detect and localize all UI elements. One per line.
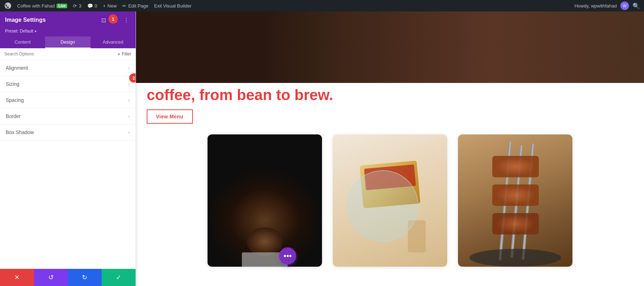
site-name-link[interactable]: Coffee with Fahad Live xyxy=(17,3,67,9)
wp-logo-icon xyxy=(4,2,11,9)
kebab-image xyxy=(458,134,572,267)
sizing-option[interactable]: Sizing 2 › xyxy=(0,76,136,92)
edit-page-link[interactable]: ✏ Edit Page xyxy=(122,3,148,9)
tab-content[interactable]: Content xyxy=(0,36,45,48)
save-button[interactable]: ✓ xyxy=(102,269,136,286)
hero-text: coffee, from bean to brew. xyxy=(147,87,633,104)
revisions-link[interactable]: ⟳ 3 xyxy=(73,3,81,9)
filter-button[interactable]: + Filter xyxy=(117,51,131,57)
border-option[interactable]: Border › xyxy=(0,108,136,124)
more-icon[interactable]: ⋮ xyxy=(122,16,131,24)
tab-advanced[interactable]: Advanced xyxy=(91,36,136,48)
cancel-button[interactable]: ✕ xyxy=(0,269,34,286)
alignment-arrow-icon: › xyxy=(128,65,130,71)
avatar: W xyxy=(620,1,629,10)
search-input[interactable] xyxy=(4,51,117,56)
preset-dropdown-arrow: ▾ xyxy=(35,29,36,33)
preset-label: Preset: Default xyxy=(5,29,33,34)
preset-row[interactable]: Preset: Default ▾ xyxy=(0,28,136,36)
search-bar: + Filter xyxy=(0,48,136,60)
options-list: Alignment › Sizing 2 › Spacing › Border … xyxy=(0,60,136,269)
minimize-icon[interactable]: ⊡ xyxy=(99,16,108,24)
panel-header: Image Settings 1 ⊡ ⊞ ⋮ xyxy=(0,11,136,28)
below-hero: coffee, from bean to brew. View Menu xyxy=(136,83,644,286)
undo-button[interactable]: ↺ xyxy=(34,269,68,286)
alignment-option[interactable]: Alignment › xyxy=(0,60,136,76)
sizing-arrow-icon: › xyxy=(128,81,130,87)
panel-title-group: Image Settings xyxy=(5,17,46,23)
comments-link[interactable]: 💬 0 xyxy=(87,3,97,9)
toast-image xyxy=(333,134,447,267)
filter-plus-icon: + xyxy=(117,51,120,57)
coffee-image xyxy=(208,134,322,267)
gallery-item-kebab xyxy=(458,134,572,267)
greeting-text: Howdy, wpwithfahad xyxy=(575,3,617,9)
new-link[interactable]: + New xyxy=(103,3,117,9)
search-icon[interactable]: 🔍 xyxy=(633,3,640,9)
admin-bar-right: Howdy, wpwithfahad W 🔍 xyxy=(575,1,640,10)
panel-actions: ✕ ↺ ↻ ✓ xyxy=(0,269,136,286)
page-content: coffee, from bean to brew. View Menu xyxy=(136,11,644,286)
spacing-option[interactable]: Spacing › xyxy=(0,92,136,108)
spacing-arrow-icon: › xyxy=(128,97,130,103)
tab-design[interactable]: Design xyxy=(45,36,90,48)
gallery-grid xyxy=(157,134,623,267)
gallery-item-coffee xyxy=(208,134,322,267)
box-shadow-option[interactable]: Box Shadow › xyxy=(0,124,136,140)
main-wrapper: Image Settings 1 ⊡ ⊞ ⋮ Preset: Default ▾… xyxy=(0,11,644,286)
badge-2: 2 xyxy=(129,73,136,83)
view-menu-button[interactable]: View Menu xyxy=(147,109,193,124)
hero-section xyxy=(136,11,644,83)
floating-action-button[interactable]: ••• xyxy=(279,247,296,265)
badge-1: 1 xyxy=(108,14,118,24)
live-badge: Live xyxy=(57,4,67,8)
gallery-item-toast xyxy=(333,134,447,267)
hero-text-area: coffee, from bean to brew. View Menu xyxy=(136,83,644,124)
wp-logo-link[interactable] xyxy=(4,2,11,9)
box-shadow-arrow-icon: › xyxy=(128,129,130,135)
border-arrow-icon: › xyxy=(128,113,130,119)
panel-tabs: Content Design Advanced xyxy=(0,36,136,48)
settings-panel: Image Settings 1 ⊡ ⊞ ⋮ Preset: Default ▾… xyxy=(0,11,136,286)
gallery-section xyxy=(136,124,644,285)
exit-builder-link[interactable]: Exit Visual Builder xyxy=(154,3,192,9)
admin-bar: Coffee with Fahad Live ⟳ 3 💬 0 + New ✏ E… xyxy=(0,0,644,11)
redo-button[interactable]: ↻ xyxy=(68,269,102,286)
panel-title: Image Settings xyxy=(5,17,46,23)
